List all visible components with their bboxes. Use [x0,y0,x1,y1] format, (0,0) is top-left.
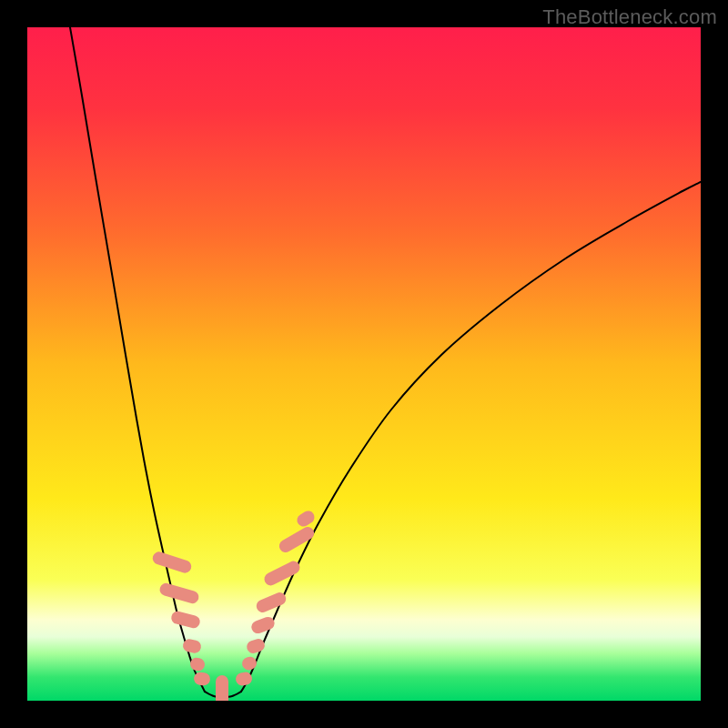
watermark-label: TheBottleneck.com [542,5,717,29]
chart-svg [27,27,701,701]
gradient-background [27,27,701,701]
outer-frame: TheBottleneck.com [0,0,728,728]
plot-area [27,27,701,701]
marker-valley-markers-0 [216,675,228,701]
